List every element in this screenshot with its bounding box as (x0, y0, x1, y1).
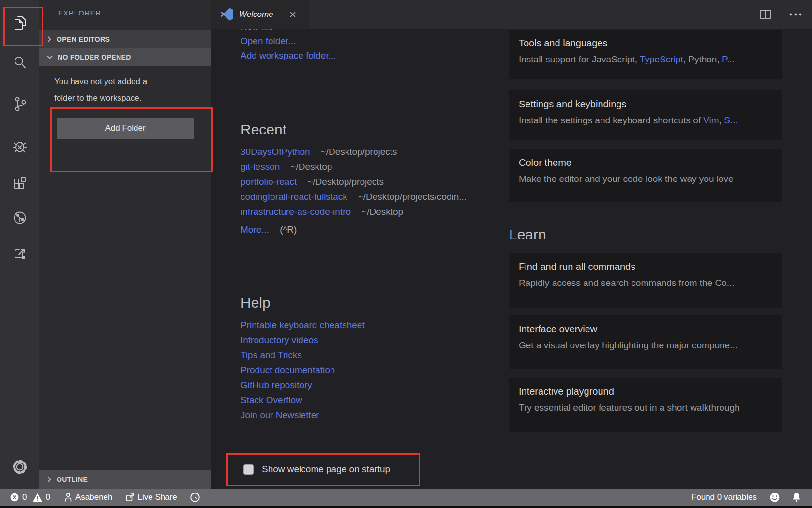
window-bottom-edge (0, 506, 812, 508)
card-interface-overview[interactable]: Interface overview Get a visual overlay … (509, 315, 782, 369)
clock-icon (190, 492, 200, 503)
close-icon[interactable] (289, 11, 297, 18)
recent-link[interactable]: portfolio-react (241, 177, 297, 187)
warning-count: 0 (45, 493, 50, 502)
tab-bar: Welcome (211, 0, 812, 29)
account-item[interactable]: Asabeneh (64, 493, 113, 502)
card-interactive-playground[interactable]: Interactive playground Try essential edi… (509, 378, 782, 432)
explorer-sidebar: EXPLORER OPEN EDITORS NO FOLDER OPENED Y… (39, 0, 211, 489)
help-heading: Help (241, 294, 271, 312)
editor-area: Welcome New file Open folder... Add work… (211, 0, 812, 489)
vscode-logo-icon (220, 8, 233, 21)
bell-icon (792, 492, 801, 503)
recent-heading: Recent (241, 120, 286, 139)
recent-link[interactable]: codingforall-react-fullstack (241, 192, 347, 202)
activity-bar (0, 0, 39, 489)
outline-header[interactable]: OUTLINE (39, 470, 211, 489)
recent-link[interactable]: 30DaysOfPython (241, 147, 310, 157)
card-settings-keybindings[interactable]: Settings and keybindings Install the set… (509, 90, 782, 140)
help-link-stackoverflow[interactable]: Stack Overflow (241, 395, 302, 405)
smiley-icon (769, 492, 780, 503)
more-shortcut: (^R) (280, 224, 297, 235)
split-editor-icon[interactable] (760, 9, 771, 20)
chevron-right-icon (46, 476, 52, 483)
recent-item: portfolio-react~/Desktop/projects (241, 174, 466, 189)
problems-indicator[interactable]: 0 0 (10, 493, 50, 502)
open-folder-link[interactable]: Open folder... (241, 36, 296, 46)
found-variables-text: Found 0 variables (692, 493, 757, 502)
add-folder-button[interactable]: Add Folder (57, 118, 194, 139)
help-link-docs[interactable]: Product documentation (241, 365, 335, 375)
open-editors-header[interactable]: OPEN EDITORS (39, 30, 211, 48)
card-color-theme[interactable]: Color theme Make the editor and your cod… (509, 149, 782, 202)
help-link-cheatsheet[interactable]: Printable keyboard cheatsheet (241, 320, 365, 330)
python-more-link[interactable]: P... (722, 54, 735, 64)
start-section: New file Open folder... Add workspace fo… (241, 29, 336, 63)
live-share-icon[interactable] (0, 241, 39, 267)
source-control-icon[interactable] (0, 91, 39, 117)
status-bar: 0 0 Asabeneh Live Share Found 0 variable… (0, 489, 812, 506)
person-icon (64, 493, 73, 502)
vim-link[interactable]: Vim (703, 115, 719, 125)
search-icon[interactable] (0, 50, 39, 75)
recent-list: 30DaysOfPython~/Desktop/projects git-les… (241, 144, 466, 219)
warnings-icon (32, 493, 43, 502)
feedback-item[interactable] (769, 492, 780, 503)
help-link-videos[interactable]: Introductory videos (241, 335, 318, 345)
error-count: 0 (22, 493, 27, 502)
workspace-empty-message: You have not yet added a folder to the w… (54, 74, 147, 106)
typescript-link[interactable]: TypeScript (640, 54, 683, 64)
notifications-item[interactable] (792, 492, 801, 503)
help-link-tips[interactable]: Tips and Tricks (241, 350, 302, 360)
learn-heading: Learn (509, 225, 546, 244)
recent-item: infrastructure-as-code-intro~/Desktop (241, 204, 466, 219)
card-find-run-commands[interactable]: Find and run all commands Rapidly access… (509, 253, 782, 308)
recent-link[interactable]: infrastructure-as-code-intro (241, 207, 351, 217)
tab-label: Welcome (239, 10, 273, 19)
help-link-newsletter[interactable]: Join our Newsletter (241, 410, 319, 420)
startup-checkbox[interactable] (243, 464, 254, 475)
no-folder-header[interactable]: NO FOLDER OPENED (39, 48, 211, 66)
editor-actions (760, 0, 802, 29)
live-share-item[interactable]: Live Share (125, 493, 177, 502)
live-share-label: Live Share (138, 493, 177, 502)
extensions-icon[interactable] (0, 171, 39, 196)
chevron-right-icon (46, 36, 52, 43)
settings-gear-icon[interactable] (0, 454, 39, 479)
more-actions-icon[interactable] (789, 13, 802, 16)
files-icon[interactable] (0, 11, 39, 36)
live-share-status-icon (125, 493, 135, 502)
tab-welcome[interactable]: Welcome (211, 0, 309, 29)
card-tools-and-languages[interactable]: Tools and languages Install support for … (509, 30, 782, 79)
startup-checkbox-row: Show welcome page on startup (243, 463, 390, 476)
chevron-down-icon (46, 54, 53, 60)
run-debug-icon[interactable] (0, 134, 39, 159)
recent-item: 30DaysOfPython~/Desktop/projects (241, 144, 466, 159)
history-icon[interactable] (0, 205, 39, 230)
errors-icon (10, 493, 19, 502)
startup-checkbox-label: Show welcome page on startup (262, 464, 390, 475)
help-link-github[interactable]: GitHub repository (241, 380, 312, 390)
recent-item: git-lesson~/Desktop (241, 159, 466, 174)
help-list: Printable keyboard cheatsheet Introducto… (241, 317, 365, 422)
recent-link[interactable]: git-lesson (241, 162, 280, 172)
sidebar-title: EXPLORER (58, 9, 101, 17)
recent-more-row: More... (^R) (241, 222, 297, 237)
more-link[interactable]: More... (241, 224, 269, 235)
user-name: Asabeneh (75, 493, 113, 502)
recent-item: codingforall-react-fullstack~/Desktop/pr… (241, 189, 466, 204)
add-workspace-folder-link[interactable]: Add workspace folder... (241, 50, 336, 61)
welcome-page: New file Open folder... Add workspace fo… (211, 29, 812, 489)
clock-item[interactable] (190, 492, 200, 503)
new-file-link[interactable]: New file (241, 29, 273, 32)
vscode-window: EXPLORER OPEN EDITORS NO FOLDER OPENED Y… (0, 0, 812, 508)
sublime-more-link[interactable]: S... (724, 115, 738, 125)
